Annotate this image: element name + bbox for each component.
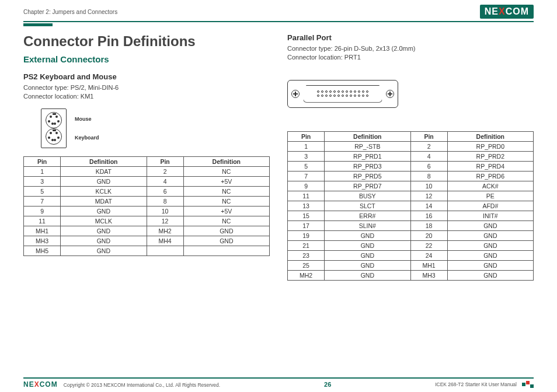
th-def: Definition <box>183 156 269 166</box>
page-title: Connector Pin Definitions <box>23 33 270 50</box>
definition-cell: +5V <box>183 206 269 216</box>
manual-title: ICEK 268-T2 Starter Kit User Manual <box>435 382 517 387</box>
content-area: Connector Pin Definitions External Conne… <box>0 26 557 281</box>
pin-cell: 13 <box>288 201 325 211</box>
screw-icon <box>291 90 300 98</box>
pin-cell: MH3 <box>24 236 61 246</box>
pin-cell: 21 <box>288 240 325 250</box>
definition-cell: GND <box>325 240 410 250</box>
right-column: Parallel Port Connector type: 26-pin D-S… <box>287 33 534 281</box>
definition-cell: GND <box>325 270 410 280</box>
pin-cell: 17 <box>288 220 325 230</box>
pin-cell: 5 <box>288 161 325 171</box>
definition-cell: GND <box>325 250 410 260</box>
page-header: Chapter 2: Jumpers and Connectors NEXCOM <box>0 0 557 19</box>
pin-cell: 22 <box>410 240 447 250</box>
table-row: 7MDAT8NC <box>24 196 270 206</box>
pin-cell: 11 <box>24 216 61 226</box>
definition-cell: KCLK <box>61 186 147 196</box>
ps2-keyboard-label: Keyboard <box>75 135 99 141</box>
chapter-label: Chapter 2: Jumpers and Connectors <box>23 9 117 15</box>
header-rule <box>23 21 534 22</box>
pin-cell: 8 <box>147 196 183 206</box>
definition-cell: GND <box>61 206 147 216</box>
ps2-pin-table: Pin Definition Pin Definition 1KDAT2NC3G… <box>23 156 270 256</box>
ps2-connector-outline <box>41 108 67 148</box>
ps2-mouse-label: Mouse <box>75 116 99 122</box>
ps2-meta: Connector type: PS/2, Mini-DIN-6 Connect… <box>23 83 270 102</box>
definition-cell: KDAT <box>61 166 147 176</box>
ps2-location: Connector location: KM1 <box>23 92 270 101</box>
definition-cell: RP_PRD6 <box>447 171 533 181</box>
pin-cell: 24 <box>410 250 447 260</box>
pin-cell: 3 <box>24 176 61 186</box>
pin-cell <box>147 246 183 256</box>
table-row: MH5GND <box>24 246 270 256</box>
pin-cell: 7 <box>288 171 325 181</box>
table-row: 3RP_PRD14RP_PRD2 <box>288 151 534 161</box>
th-pin: Pin <box>410 131 447 141</box>
definition-cell: RP_PRD3 <box>325 161 410 171</box>
pin-cell: 9 <box>24 206 61 216</box>
definition-cell <box>183 246 269 256</box>
definition-cell: GND <box>447 240 533 250</box>
pin-cell: 3 <box>288 151 325 161</box>
table-row: 1KDAT2NC <box>24 166 270 176</box>
pin-cell: 12 <box>410 191 447 201</box>
th-def: Definition <box>325 131 410 141</box>
definition-cell: GND <box>183 226 269 236</box>
parallel-type: Connector type: 26-pin D-Sub, 2x13 (2.0m… <box>287 44 534 53</box>
pin-cell: 15 <box>288 211 325 220</box>
definition-cell: GND <box>447 270 533 280</box>
table-row: 17SLIN#18GND <box>288 220 534 230</box>
definition-cell: GND <box>61 246 147 256</box>
table-row: 23GND24GND <box>288 250 534 260</box>
definition-cell: GND <box>183 236 269 246</box>
screw-icon <box>386 90 394 98</box>
definition-cell: RP_PRD7 <box>325 181 410 191</box>
table-row: 11MCLK12NC <box>24 216 270 226</box>
pin-cell: MH1 <box>24 226 61 236</box>
definition-cell: GND <box>325 260 410 270</box>
parallel-pin-table: Pin Definition Pin Definition 1RP_-STB2R… <box>287 131 534 281</box>
table-row: 9RP_PRD710ACK# <box>288 181 534 191</box>
definition-cell: MCLK <box>61 216 147 226</box>
definition-cell: RP_PRD5 <box>325 171 410 181</box>
nexcom-logo-footer: NEXCOM <box>23 380 58 388</box>
definition-cell: RP_-STB <box>325 141 410 151</box>
table-row: 19GND20GND <box>288 230 534 240</box>
table-row: 13SLCT14AFD# <box>288 201 534 211</box>
pin-cell: MH3 <box>410 270 447 280</box>
table-row: 21GND22GND <box>288 240 534 250</box>
copyright-text: Copyright © 2013 NEXCOM International Co… <box>64 382 220 388</box>
pin-cell: 9 <box>288 181 325 191</box>
definition-cell: INIT# <box>447 211 533 220</box>
pin-cell: MH5 <box>24 246 61 256</box>
pin-cell: 1 <box>288 141 325 151</box>
pin-cell: 14 <box>410 201 447 211</box>
pin-row-bottom <box>317 94 368 97</box>
definition-cell: GND <box>447 220 533 230</box>
pin-cell: MH2 <box>147 226 183 236</box>
left-column: Connector Pin Definitions External Conne… <box>23 33 270 281</box>
pin-cell: 16 <box>410 211 447 220</box>
page-number: 26 <box>324 381 331 388</box>
dsub-connector-icon <box>303 85 382 103</box>
pin-cell: 7 <box>24 196 61 206</box>
parallel-heading: Parallel Port <box>287 33 534 42</box>
table-row: 11BUSY12PE <box>288 191 534 201</box>
definition-cell: BUSY <box>325 191 410 201</box>
parallel-meta: Connector type: 26-pin D-Sub, 2x13 (2.0m… <box>287 44 534 62</box>
pin-cell: 2 <box>410 141 447 151</box>
definition-cell: NC <box>183 196 269 206</box>
th-def: Definition <box>61 156 147 166</box>
table-row: 5KCLK6NC <box>24 186 270 196</box>
definition-cell: GND <box>325 230 410 240</box>
table-row: 3GND4+5V <box>24 176 270 186</box>
pin-cell: 10 <box>410 181 447 191</box>
definition-cell: SLCT <box>325 201 410 211</box>
table-row: MH3GNDMH4GND <box>24 236 270 246</box>
definition-cell: RP_PRD0 <box>447 141 533 151</box>
pin-cell: 6 <box>410 161 447 171</box>
definition-cell: GND <box>61 226 147 236</box>
